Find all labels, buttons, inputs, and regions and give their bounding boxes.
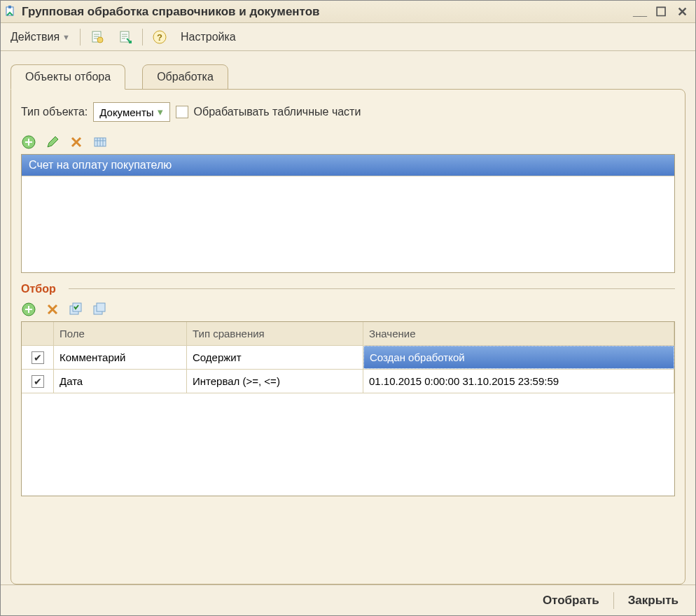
titlebar: Групповая обработка справочников и докум… <box>1 1 695 23</box>
settings-label: Настройка <box>181 31 236 43</box>
svg-text:?: ? <box>157 32 162 43</box>
table-row[interactable]: ✔ Дата Интервал (>=, <=) 01.10.2015 0:00… <box>22 370 674 393</box>
checkall-icon <box>69 302 83 316</box>
tab-bar: Объекты отбора Обработка <box>11 64 685 89</box>
object-props-button[interactable] <box>92 134 108 150</box>
uncheckall-icon <box>93 302 107 316</box>
col-value: Значение <box>363 322 674 345</box>
svg-point-3 <box>97 37 103 43</box>
app-window: Групповая обработка справочников и докум… <box>0 0 696 616</box>
select-button[interactable]: Отобрать <box>537 591 605 610</box>
delete-filter-button[interactable] <box>45 302 60 317</box>
cell-comparison[interactable]: Содержит <box>187 346 363 369</box>
svg-rect-1 <box>8 6 11 8</box>
check-all-button[interactable] <box>69 302 84 317</box>
uncheck-all-button[interactable] <box>92 302 108 317</box>
toolbar-doc1-button[interactable] <box>86 28 109 46</box>
objects-toolbar <box>21 134 675 150</box>
delete-icon <box>46 302 60 316</box>
actions-menu[interactable]: Действия ▼ <box>6 29 74 46</box>
settings-button[interactable]: Настройка <box>176 29 240 46</box>
filter-toolbar <box>21 302 675 317</box>
tab-panel-selection: Тип объекта: Документы ▾ Обрабатывать та… <box>11 89 685 584</box>
footer-separator <box>613 592 614 609</box>
doc1-icon <box>90 30 104 44</box>
row-checkbox[interactable]: ✔ <box>32 375 44 388</box>
add-object-button[interactable] <box>21 134 36 150</box>
window-title: Групповая обработка справочников и докум… <box>22 5 628 19</box>
object-type-label: Тип объекта: <box>21 106 88 118</box>
props-icon <box>93 135 107 149</box>
cell-comparison[interactable]: Интервал (>=, <=) <box>187 370 363 393</box>
close-button[interactable]: Закрыть <box>622 591 684 610</box>
object-type-combo[interactable]: Документы ▾ <box>93 102 169 122</box>
maximize-button[interactable]: ☐ <box>652 4 670 20</box>
cell-field[interactable]: Комментарий <box>54 346 187 369</box>
filter-group-title: Отбор <box>21 283 675 295</box>
row-checkbox[interactable]: ✔ <box>32 351 44 364</box>
toolbar-doc2-button[interactable] <box>114 28 137 46</box>
filter-table: Поле Тип сравнения Значение ✔ Комментари… <box>21 321 675 496</box>
content-area: Объекты отбора Обработка Тип объекта: До… <box>1 51 695 584</box>
table-row[interactable]: ✔ Комментарий Содержит Создан обработкой <box>22 346 674 370</box>
doc2-icon <box>118 30 132 44</box>
delete-icon <box>69 135 83 149</box>
process-tabular-checkbox[interactable] <box>176 106 188 118</box>
col-check <box>22 322 54 345</box>
add-icon <box>22 302 36 316</box>
cell-value[interactable]: 01.10.2015 0:00:00 31.10.2015 23:59:59 <box>363 370 674 393</box>
list-item[interactable]: Счет на оплату покупателю <box>22 155 674 176</box>
app-icon <box>5 6 18 18</box>
filter-header-row: Поле Тип сравнения Значение <box>22 322 674 346</box>
add-icon <box>22 135 36 149</box>
main-toolbar: Действия ▼ ? Настройка <box>1 23 695 51</box>
objects-list[interactable]: Счет на оплату покупателю <box>21 154 675 273</box>
svg-rect-13 <box>97 303 105 312</box>
process-tabular-label: Обрабатывать табличные части <box>194 106 361 118</box>
col-comparison: Тип сравнения <box>187 322 363 345</box>
minimize-button[interactable]: __ <box>631 4 649 20</box>
col-field: Поле <box>54 322 187 345</box>
footer-bar: Отобрать Закрыть <box>1 584 695 615</box>
cell-field[interactable]: Дата <box>54 370 187 393</box>
edit-object-button[interactable] <box>45 134 60 150</box>
chevron-down-icon: ▾ <box>154 106 167 118</box>
object-type-row: Тип объекта: Документы ▾ Обрабатывать та… <box>21 102 675 122</box>
tab-selection[interactable]: Объекты отбора <box>11 64 125 90</box>
filter-title-text: Отбор <box>21 283 56 295</box>
close-window-button[interactable]: ✕ <box>673 4 691 20</box>
actions-label: Действия <box>11 31 60 43</box>
chevron-down-icon: ▼ <box>62 33 70 41</box>
toolbar-separator <box>142 29 143 46</box>
add-filter-button[interactable] <box>21 302 36 317</box>
help-button[interactable]: ? <box>148 28 171 46</box>
object-type-value: Документы <box>99 106 153 118</box>
tab-processing[interactable]: Обработка <box>142 64 228 90</box>
delete-object-button[interactable] <box>69 134 84 150</box>
toolbar-separator <box>80 29 81 46</box>
cell-value[interactable]: Создан обработкой <box>363 346 674 369</box>
help-icon: ? <box>153 30 167 44</box>
edit-icon <box>46 135 60 149</box>
